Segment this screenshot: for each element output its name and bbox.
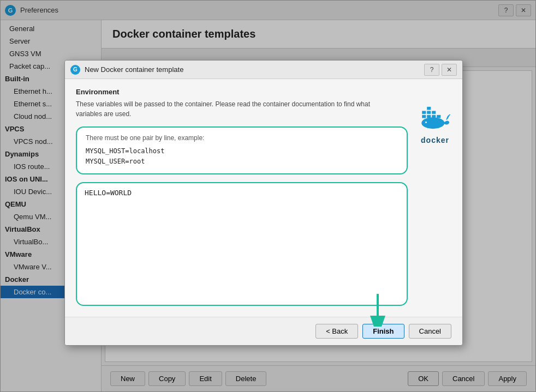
- back-button[interactable]: < Back: [315, 324, 358, 339]
- svg-rect-0: [422, 115, 426, 118]
- docker-label: docker: [421, 136, 449, 144]
- svg-rect-6: [432, 111, 436, 114]
- example-label: There must be one pair by line, example:: [86, 134, 398, 142]
- dialog-body: docker Environment These variables will …: [65, 79, 462, 317]
- environment-example-box: There must be one pair by line, example:…: [76, 126, 408, 174]
- svg-point-8: [421, 117, 444, 129]
- dialog-app-icon: G: [70, 65, 80, 75]
- svg-rect-4: [427, 111, 431, 114]
- cancel-dialog-button[interactable]: Cancel: [409, 324, 451, 339]
- dialog-footer: < Back Finish Cancel: [65, 317, 462, 345]
- docker-logo: docker: [419, 106, 451, 144]
- svg-rect-7: [437, 115, 441, 118]
- dialog-help-button[interactable]: ?: [424, 64, 439, 76]
- example-line2: MYSQL_USER=root: [86, 156, 398, 167]
- dialog-title: New Docker container template: [85, 65, 420, 74]
- finish-button[interactable]: Finish: [362, 324, 404, 339]
- dialog-title-bar: G New Docker container template ? ✕: [65, 61, 462, 79]
- new-docker-template-dialog: G New Docker container template ? ✕: [64, 60, 463, 346]
- svg-point-9: [425, 122, 427, 123]
- docker-whale-icon: [419, 106, 451, 134]
- example-line1: MYSQL_HOST=localhost: [86, 146, 398, 156]
- environment-textarea[interactable]: [85, 189, 399, 298]
- environment-section-title: Environment: [76, 88, 408, 96]
- environment-description: These variables will be passed to the co…: [76, 99, 387, 119]
- dialog-close-button[interactable]: ✕: [442, 64, 457, 76]
- svg-rect-3: [422, 111, 426, 114]
- dialog-title-controls: ? ✕: [424, 64, 457, 76]
- svg-rect-5: [427, 107, 431, 110]
- environment-textarea-wrapper: [76, 182, 408, 306]
